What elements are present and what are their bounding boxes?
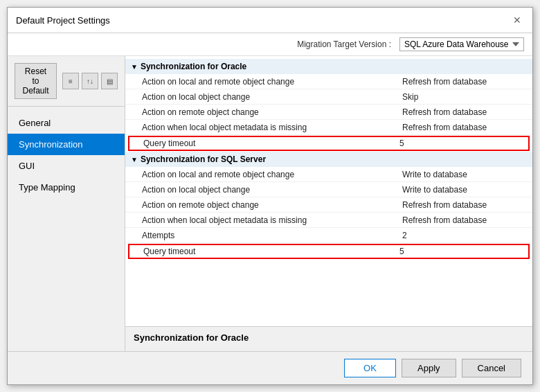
row-label: Attempts xyxy=(142,231,402,240)
row-label: Query timeout xyxy=(143,247,399,256)
row-label: Action when local object metadata is mis… xyxy=(142,123,402,132)
table-row: Action on local object change Skip xyxy=(125,89,532,105)
row-label: Action on local and remote object change xyxy=(142,170,402,179)
chevron-oracle-icon: ▼ xyxy=(131,63,138,71)
row-label: Action on local and remote object change xyxy=(142,77,402,87)
row-value: Refresh from database xyxy=(402,123,527,132)
apply-button[interactable]: Apply xyxy=(402,359,456,377)
toolbar-row: Migration Target Version : SQL Azure Dat… xyxy=(8,33,532,56)
sidebar-item-synchronization[interactable]: Synchronization xyxy=(8,134,125,155)
row-value: Refresh from database xyxy=(402,107,527,117)
table-row: Action on local object change Write to d… xyxy=(125,182,532,197)
title-bar: Default Project Settings ✕ xyxy=(8,8,532,33)
table-row: Action on local and remote object change… xyxy=(125,74,532,89)
table-row: Attempts 2 xyxy=(125,228,532,243)
section-header-sqlserver[interactable]: ▼ Synchronization for SQL Server xyxy=(125,152,532,167)
migration-label: Migration Target Version : xyxy=(297,39,391,49)
dialog-title: Default Project Settings xyxy=(16,15,110,26)
row-label: Action when local object metadata is mis… xyxy=(142,215,402,225)
close-button[interactable]: ✕ xyxy=(510,13,524,27)
reset-to-default-button[interactable]: Reset to Default xyxy=(15,63,57,99)
section-header-oracle[interactable]: ▼ Synchronization for Oracle xyxy=(125,59,532,74)
row-value: Refresh from database xyxy=(402,77,527,87)
cancel-button[interactable]: Cancel xyxy=(462,359,521,377)
table-row-query-timeout-oracle[interactable]: Query timeout 5 xyxy=(128,136,530,151)
right-panel: ▼ Synchronization for Oracle Action on l… xyxy=(125,56,532,351)
row-label: Action on local object change xyxy=(142,185,402,195)
row-value: 5 xyxy=(399,247,524,256)
left-top-row: Reset to Default ≡ ↑↓ ▤ xyxy=(15,63,118,99)
nav-items: General Synchronization GUI Type Mapping xyxy=(8,107,125,351)
row-value: Skip xyxy=(402,92,527,102)
dialog: Default Project Settings ✕ Migration Tar… xyxy=(7,7,533,385)
bottom-label-area: Synchronization for Oracle xyxy=(125,326,532,351)
section-title-sqlserver: Synchronization for SQL Server xyxy=(141,154,266,164)
content-area: Reset to Default ≡ ↑↓ ▤ General Synchron… xyxy=(8,56,532,351)
sidebar-item-type-mapping[interactable]: Type Mapping xyxy=(8,177,125,198)
bottom-label: Synchronization for Oracle xyxy=(134,332,249,343)
chevron-sqlserver-icon: ▼ xyxy=(131,156,138,163)
view-icon-sort-button[interactable]: ↑↓ xyxy=(82,73,98,89)
table-row: Action on remote object change Refresh f… xyxy=(125,105,532,120)
view-icon-list-button[interactable]: ≡ xyxy=(62,73,79,89)
sidebar-item-gui[interactable]: GUI xyxy=(8,155,125,177)
table-row: Action on remote object change Refresh f… xyxy=(125,197,532,213)
row-label: Query timeout xyxy=(143,139,399,148)
left-panel: Reset to Default ≡ ↑↓ ▤ General Synchron… xyxy=(8,56,125,351)
table-row: Action when local object metadata is mis… xyxy=(125,120,532,135)
table-row: Action when local object metadata is mis… xyxy=(125,213,532,228)
row-value: Write to database xyxy=(402,170,527,179)
row-value: 5 xyxy=(399,139,524,148)
row-label: Action on remote object change xyxy=(142,200,402,210)
row-value: Refresh from database xyxy=(402,215,527,225)
view-icon-grid-button[interactable]: ▤ xyxy=(101,73,118,89)
row-label: Action on local object change xyxy=(142,92,402,102)
section-title-oracle: Synchronization for Oracle xyxy=(141,62,246,71)
ok-button[interactable]: OK xyxy=(344,359,396,377)
table-row-query-timeout-sqlserver[interactable]: Query timeout 5 xyxy=(128,244,530,259)
footer: OK Apply Cancel xyxy=(8,351,532,384)
row-value: Write to database xyxy=(402,185,527,195)
table-row: Action on local and remote object change… xyxy=(125,167,532,182)
row-value: Refresh from database xyxy=(402,200,527,210)
row-label: Action on remote object change xyxy=(142,107,402,117)
settings-area: ▼ Synchronization for Oracle Action on l… xyxy=(125,56,532,326)
view-icons: ≡ ↑↓ ▤ xyxy=(62,73,118,89)
migration-target-select[interactable]: SQL Azure Data Warehouse xyxy=(399,37,524,51)
left-top: Reset to Default ≡ ↑↓ ▤ xyxy=(8,56,125,107)
sidebar-item-general[interactable]: General xyxy=(8,112,125,134)
row-value: 2 xyxy=(402,231,527,240)
